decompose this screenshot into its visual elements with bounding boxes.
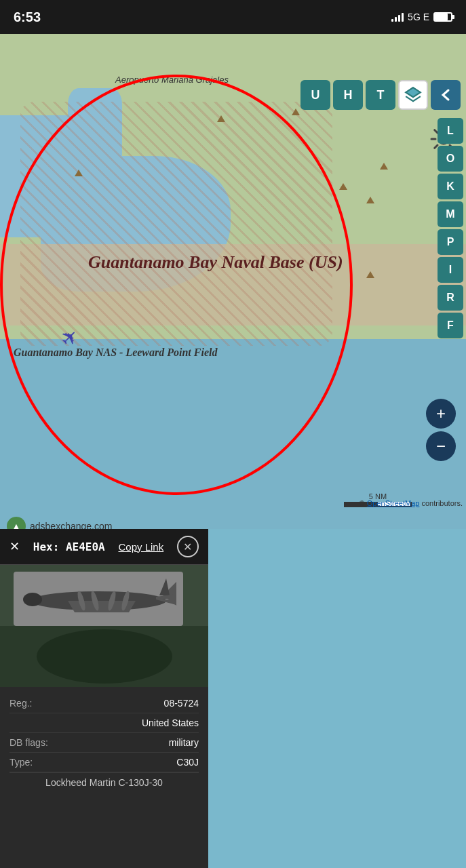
layers-icon (404, 86, 422, 104)
toolbar-back-button[interactable] (431, 80, 461, 110)
panel-hex: Hex: AE4E0A (33, 540, 105, 553)
panel-header: ✕ Hex: AE4E0A Copy Link ✕ (0, 529, 208, 565)
type-row: Type: C30J (9, 753, 199, 772)
battery-fill (435, 14, 448, 20)
country-value: United States (142, 717, 199, 728)
info-panel: ✕ Hex: AE4E0A Copy Link ✕ (0, 529, 208, 868)
svg-marker-0 (406, 87, 421, 97)
shadow-shape (37, 629, 172, 684)
panel-info: Reg.: 08-5724 United States DB flags: mi… (0, 687, 208, 868)
panel-image-area (0, 565, 208, 687)
letter-buttons: L O K M P I R F (435, 115, 466, 341)
osm-attribution: © OpenStreetMap contributors. (217, 499, 466, 507)
zoom-in-button[interactable]: + (426, 399, 456, 429)
tree-marker-4 (366, 271, 374, 278)
reg-label: Reg.: (9, 698, 32, 709)
tree-marker-6 (217, 115, 225, 122)
toolbar-layers-button[interactable] (398, 80, 428, 110)
map-area[interactable]: Aeropuerto Mariana Grajales Guantanamo B… (0, 34, 466, 542)
water-sea (0, 339, 466, 542)
map-sea-area (208, 529, 466, 868)
reg-row: Reg.: 08-5724 (9, 694, 199, 713)
status-right: 5G E (391, 12, 452, 22)
signal-bar-1 (391, 19, 393, 22)
tree-marker-3 (380, 163, 388, 170)
type-label: Type: (9, 757, 33, 768)
status-bar: 6:53 5G E (0, 0, 466, 34)
map-location-label: Guantanamo Bay Naval Base (US) (88, 251, 343, 274)
letter-btn-p[interactable]: P (438, 229, 463, 255)
status-time: 6:53 (14, 9, 41, 25)
dbflags-value: military (169, 737, 199, 748)
letter-btn-o[interactable]: O (438, 146, 463, 172)
battery-icon (433, 12, 452, 22)
letter-btn-i[interactable]: I (438, 257, 463, 283)
map-nas-label: Guantanamo Bay NAS - Leeward Point Field (14, 346, 217, 360)
full-name: Lockheed Martin C-130J-30 (45, 777, 163, 788)
svg-marker-18 (159, 578, 170, 595)
signal-label: 5G E (408, 12, 429, 22)
zoom-buttons: + − (426, 399, 456, 461)
copy-link-button[interactable]: Copy Link (119, 541, 164, 553)
letter-btn-l[interactable]: L (438, 118, 463, 144)
type-value: C30J (176, 757, 199, 768)
signal-bars (391, 12, 404, 22)
dbflags-label: DB flags: (9, 737, 48, 748)
aircraft-silhouette-svg (20, 575, 176, 623)
toolbar-t-button[interactable]: T (366, 80, 395, 110)
airport-label: Aeropuerto Mariana Grajales (115, 75, 229, 86)
toolbar-u-button[interactable]: U (300, 80, 330, 110)
letter-btn-m[interactable]: M (438, 201, 463, 227)
signal-bar-4 (402, 13, 404, 22)
aircraft-image (14, 572, 183, 626)
zoom-out-button[interactable]: − (426, 431, 456, 461)
toolbar-h-button[interactable]: H (333, 80, 363, 110)
letter-btn-r[interactable]: R (438, 285, 463, 311)
signal-bar-3 (398, 15, 400, 22)
full-name-row: Lockheed Martin C-130J-30 (9, 772, 199, 792)
letter-btn-f[interactable]: F (438, 313, 463, 338)
tree-marker-1 (339, 183, 347, 190)
tree-marker-5 (75, 170, 83, 176)
tree-marker-2 (366, 197, 374, 203)
letter-btn-k[interactable]: K (438, 174, 463, 199)
toolbar: U H T (295, 75, 466, 115)
reg-value: 08-5724 (164, 698, 199, 709)
panel-dismiss-button[interactable]: ✕ (9, 539, 20, 554)
country-row: United States (9, 713, 199, 733)
panel-close-circle[interactable]: ✕ (177, 536, 199, 557)
dbflags-row: DB flags: military (9, 733, 199, 753)
svg-point-11 (23, 593, 42, 606)
back-icon (439, 88, 452, 102)
signal-bar-2 (395, 17, 397, 22)
restricted-zone (20, 102, 332, 346)
osm-text: © OpenStreetMap contributors. (360, 499, 463, 507)
aircraft-shadow (0, 626, 208, 687)
